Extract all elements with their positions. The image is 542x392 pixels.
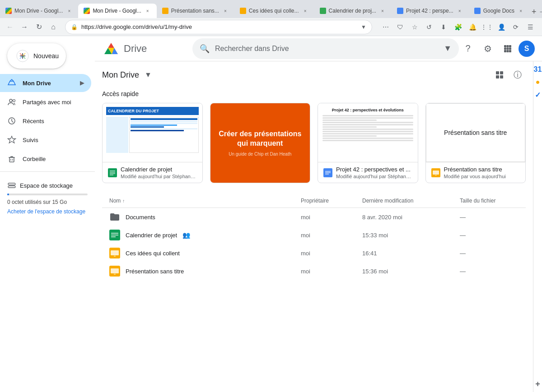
search-bar[interactable]: 🔍 ▼	[192, 38, 459, 59]
table-row[interactable]: Présentation sans titre moi 15:36 moi —	[102, 262, 526, 280]
column-size[interactable]: Taille du fichier	[460, 198, 519, 204]
search-icon: 🔍	[200, 44, 210, 54]
star-icon[interactable]: ☆	[408, 21, 421, 33]
file-card-presentation[interactable]: Présentation sans titre	[425, 103, 526, 183]
table-row[interactable]: Ces idées qui collent moi 16:41 —	[102, 244, 526, 262]
column-owner[interactable]: Propriétaire	[301, 198, 355, 204]
file-card-projet42[interactable]: Projet 42 : perspectives et évolutions	[318, 103, 418, 183]
back-button[interactable]: ←	[4, 21, 16, 33]
settings-button[interactable]: ⚙	[479, 40, 497, 58]
add-panel-icon[interactable]: +	[533, 379, 542, 388]
orange-preview-title: Créer des présentations qui marquent	[218, 129, 303, 148]
drive-title: Mon Drive	[102, 70, 139, 80]
grid-icon[interactable]: ⋮⋮	[481, 21, 493, 33]
svg-rect-14	[507, 50, 509, 52]
svg-point-1	[9, 99, 12, 102]
new-button-label: Nouveau	[33, 52, 59, 60]
sidebar-item-suivis[interactable]: Suivis	[0, 131, 91, 149]
account-icon[interactable]: 👤	[495, 21, 508, 33]
file-card-idees[interactable]: Créer des présentations qui marquent Un …	[210, 103, 311, 183]
tab-close-button[interactable]: ×	[302, 7, 309, 14]
column-name[interactable]: Nom ↑	[109, 198, 294, 204]
menu-icon[interactable]: ☰	[524, 21, 537, 33]
addon-icon[interactable]: 🧩	[452, 21, 464, 33]
sidebar-item-mon-drive[interactable]: Mon Drive ▶	[0, 74, 91, 92]
search-expand-icon: ▼	[444, 44, 452, 53]
reload-button[interactable]: ↻	[33, 21, 45, 33]
download-icon[interactable]: ⬇	[437, 21, 450, 33]
tab-close-button[interactable]: ×	[517, 7, 524, 14]
sheets-row-icon	[109, 230, 120, 240]
tasks-panel-icon[interactable]: ●	[533, 78, 542, 87]
svg-rect-18	[496, 75, 499, 78]
address-bar[interactable]: 🔒 https://drive.google.com/drive/u/1/my-…	[65, 20, 372, 34]
sync-icon[interactable]: ⟳	[509, 21, 522, 33]
extensions-button[interactable]: ⋯	[379, 21, 392, 33]
browser-tab-tab2[interactable]: Mon Drive - Googl...×	[78, 4, 156, 18]
svg-rect-38	[111, 236, 116, 237]
svg-rect-22	[110, 172, 115, 173]
apps-button[interactable]	[499, 40, 517, 58]
browser-tab-tab6[interactable]: Projet 42 : perspe...×	[392, 4, 469, 18]
user-avatar[interactable]: S	[519, 41, 535, 57]
table-row[interactable]: Documents moi 8 avr. 2020 moi —	[102, 208, 526, 226]
grid-view-button[interactable]	[491, 67, 508, 83]
topbar: Drive 🔍 ▼ ? ⚙	[95, 36, 542, 61]
forward-button[interactable]: →	[18, 21, 31, 33]
drive-logo-icon	[102, 40, 120, 58]
file-card-calendrier[interactable]: CALENDRIER DU PROJET	[102, 103, 203, 183]
row-name-calendrier: Calendrier de projet	[126, 232, 177, 239]
tab-close-button[interactable]: ×	[65, 7, 73, 14]
slides-icon-presentation	[431, 168, 440, 177]
alert-icon[interactable]: 🔔	[466, 21, 479, 33]
column-modified[interactable]: Dernière modification	[362, 198, 453, 204]
table-row[interactable]: Calendrier de projet 👥 moi 15:33 moi —	[102, 226, 526, 244]
new-tab-button[interactable]: +	[532, 5, 537, 18]
browser-tab-tab7[interactable]: Google Docs×	[469, 4, 530, 18]
svg-rect-9	[509, 45, 511, 47]
new-button[interactable]: Nouveau	[7, 43, 66, 69]
tab-close-button[interactable]: ×	[456, 7, 463, 14]
presentation-preview-text: Présentation sans titre	[437, 122, 514, 143]
sidebar-item-corbeille[interactable]: Corbeille	[0, 150, 91, 168]
dropdown-icon: ▼	[361, 24, 366, 30]
home-button[interactable]: ⌂	[47, 21, 60, 33]
help-button[interactable]: ?	[459, 40, 477, 58]
history-icon[interactable]: ↺	[423, 21, 435, 33]
minimize-button[interactable]: —	[537, 5, 542, 18]
tab-close-button[interactable]: ×	[222, 7, 229, 14]
storage-bar	[7, 194, 88, 195]
tab-favicon	[474, 8, 481, 14]
keep-panel-icon[interactable]: ✓	[533, 90, 542, 99]
tab-favicon	[320, 8, 326, 14]
storage-used-label: 0 octet utilisés sur 15 Go	[7, 199, 88, 205]
search-input[interactable]	[215, 45, 438, 53]
sidebar-item-recents[interactable]: Récents	[0, 112, 91, 130]
svg-rect-4	[9, 157, 14, 162]
svg-rect-23	[110, 173, 115, 174]
storage-buy-link[interactable]: Acheter de l'espace de stockage	[7, 208, 88, 216]
tab-close-button[interactable]: ×	[379, 7, 386, 14]
recents-icon	[7, 116, 16, 125]
browser-tab-tab3[interactable]: Présentation sans...×	[157, 4, 234, 18]
browser-tab-tab4[interactable]: Ces idées qui colle...×	[234, 4, 314, 18]
file-card-subtitle-presentation: Modifié par vous aujourd'hui	[444, 174, 520, 179]
row-owner-calendrier: moi	[301, 232, 355, 239]
file-card-subtitle-calendrier: Modifié aujourd'hui par Stéphane R...	[121, 174, 197, 179]
storage-section: Espace de stockage 0 octet utilisés sur …	[0, 175, 95, 221]
tab-close-button[interactable]: ×	[144, 7, 151, 14]
tab-label: Calendrier de proj...	[329, 8, 376, 14]
row-owner-documents: moi	[301, 214, 355, 221]
sidebar-item-partages[interactable]: Partagés avec moi	[0, 93, 91, 111]
info-button[interactable]: ⓘ	[509, 67, 526, 83]
file-name-idees: Ces idées qui collent	[109, 248, 294, 258]
browser-tab-tab1[interactable]: Mon Drive - Googl...×	[0, 4, 78, 18]
browser-tab-tab5[interactable]: Calendrier de proj...×	[314, 4, 392, 18]
drive-title-dropdown-icon[interactable]: ▼	[145, 71, 152, 79]
sidebar-label-partages: Partagés avec moi	[23, 99, 71, 106]
file-card-name-calendrier: Calendrier de projet	[121, 166, 197, 173]
sidebar-nav: Mon Drive ▶ Partagés avec moi	[0, 74, 95, 168]
shield-icon[interactable]: 🛡	[394, 21, 406, 33]
file-card-name-presentation: Présentation sans titre	[444, 166, 520, 173]
calendar-panel-icon[interactable]: 31	[533, 65, 542, 74]
